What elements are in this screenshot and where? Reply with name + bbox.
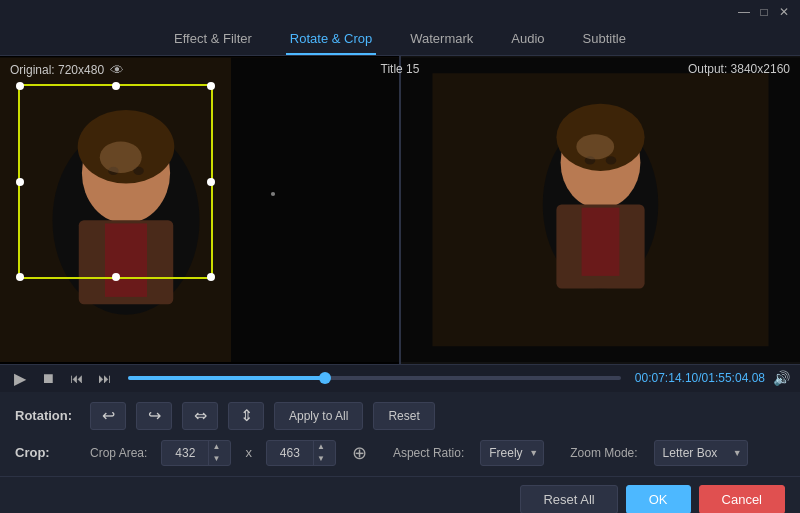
svg-rect-10 xyxy=(231,58,399,363)
left-video-canvas xyxy=(0,56,399,364)
rotate-cw-icon: ↪ xyxy=(148,406,161,425)
next-frame-button[interactable]: ⏭ xyxy=(94,371,114,386)
player-controls: ▶ ⏹ ⏮ ⏭ 00:07:14.10/01:55:04.08 🔊 xyxy=(0,364,800,392)
crop-crosshair-icon[interactable]: ⊕ xyxy=(352,442,367,464)
flip-vertical-button[interactable]: ⇕ xyxy=(228,402,264,430)
rotation-label: Rotation: xyxy=(15,408,80,423)
video-row: Original: 720x480 👁 xyxy=(0,56,800,364)
total-time: 01:55:04.08 xyxy=(702,371,765,385)
footer: Reset All OK Cancel xyxy=(0,476,800,514)
height-spinners: ▲ ▼ xyxy=(313,441,328,465)
crop-height-input-group: ▲ ▼ xyxy=(266,440,336,466)
width-spinners: ▲ ▼ xyxy=(208,441,223,465)
rotate-ccw-icon: ↩ xyxy=(102,406,115,425)
crop-label: Crop: xyxy=(15,445,80,460)
progress-fill xyxy=(128,376,325,380)
cancel-button[interactable]: Cancel xyxy=(699,485,785,514)
stop-button[interactable]: ⏹ xyxy=(38,370,58,386)
crop-width-input-group: ▲ ▼ xyxy=(161,440,231,466)
volume-icon[interactable]: 🔊 xyxy=(773,370,790,386)
progress-knob[interactable] xyxy=(319,372,331,384)
close-button[interactable]: ✕ xyxy=(776,4,792,20)
reset-button[interactable]: Reset xyxy=(373,402,434,430)
progress-bar[interactable] xyxy=(128,376,621,380)
main-content: Original: 720x480 👁 xyxy=(0,56,800,513)
right-video-panel: Output: 3840x2160 xyxy=(401,56,800,364)
tab-watermark[interactable]: Watermark xyxy=(406,24,477,55)
current-time: 00:07:14.10 xyxy=(635,371,698,385)
svg-rect-6 xyxy=(105,223,147,297)
left-video-panel: Original: 720x480 👁 xyxy=(0,56,401,364)
width-decrement-button[interactable]: ▼ xyxy=(209,453,223,465)
flip-h-icon: ⇔ xyxy=(194,406,207,425)
aspect-ratio-label: Aspect Ratio: xyxy=(393,446,464,460)
svg-point-20 xyxy=(606,156,617,164)
tab-rotate-crop[interactable]: Rotate & Crop xyxy=(286,24,376,55)
flip-horizontal-button[interactable]: ⇔ xyxy=(182,402,218,430)
aspect-ratio-select-wrapper: Freely 16:9 4:3 1:1 9:16 xyxy=(480,440,544,466)
time-display: 00:07:14.10/01:55:04.08 xyxy=(635,371,765,385)
zoom-mode-select-wrapper: Letter Box Pan & Scan Full xyxy=(654,440,748,466)
right-video-svg xyxy=(401,56,800,364)
title-label: Title 15 xyxy=(381,62,420,76)
apply-to-all-button[interactable]: Apply to All xyxy=(274,402,363,430)
height-increment-button[interactable]: ▲ xyxy=(314,441,328,453)
tab-effect-filter[interactable]: Effect & Filter xyxy=(170,24,256,55)
crop-row: Crop: Crop Area: ▲ ▼ x ▲ ▼ ⊕ Aspect xyxy=(15,440,785,466)
flip-v-icon: ⇕ xyxy=(240,406,253,425)
prev-frame-button[interactable]: ⏮ xyxy=(66,371,86,386)
maximize-button[interactable]: □ xyxy=(756,4,772,20)
svg-point-9 xyxy=(100,142,142,174)
reset-all-button[interactable]: Reset All xyxy=(520,485,617,514)
minimize-button[interactable]: — xyxy=(736,4,752,20)
output-label: Output: 3840x2160 xyxy=(688,62,790,76)
rotation-row: Rotation: ↩ ↪ ⇔ ⇕ Apply to All Reset xyxy=(15,402,785,430)
svg-point-11 xyxy=(271,192,275,196)
titlebar: — □ ✕ xyxy=(0,0,800,24)
svg-rect-18 xyxy=(582,208,620,276)
bottom-controls: Rotation: ↩ ↪ ⇔ ⇕ Apply to All Reset Cro… xyxy=(0,392,800,476)
tab-bar: Effect & Filter Rotate & Crop Watermark … xyxy=(0,24,800,56)
aspect-ratio-select[interactable]: Freely 16:9 4:3 1:1 9:16 xyxy=(480,440,544,466)
original-label: Original: 720x480 👁 xyxy=(10,62,124,78)
zoom-mode-label: Zoom Mode: xyxy=(570,446,637,460)
width-increment-button[interactable]: ▲ xyxy=(209,441,223,453)
height-decrement-button[interactable]: ▼ xyxy=(314,453,328,465)
crop-area-label: Crop Area: xyxy=(90,446,147,460)
svg-point-21 xyxy=(576,134,614,159)
original-resolution: Original: 720x480 xyxy=(10,63,104,77)
rotate-cw-button[interactable]: ↪ xyxy=(136,402,172,430)
rotate-ccw-button[interactable]: ↩ xyxy=(90,402,126,430)
tab-audio[interactable]: Audio xyxy=(507,24,548,55)
zoom-mode-select[interactable]: Letter Box Pan & Scan Full xyxy=(654,440,748,466)
ok-button[interactable]: OK xyxy=(626,485,691,514)
visibility-icon[interactable]: 👁 xyxy=(110,62,124,78)
crop-width-input[interactable] xyxy=(162,444,208,462)
play-button[interactable]: ▶ xyxy=(10,369,30,388)
crop-height-input[interactable] xyxy=(267,444,313,462)
left-video-svg xyxy=(0,56,399,364)
dimension-separator: x xyxy=(245,445,252,460)
tab-subtitle[interactable]: Subtitle xyxy=(579,24,630,55)
